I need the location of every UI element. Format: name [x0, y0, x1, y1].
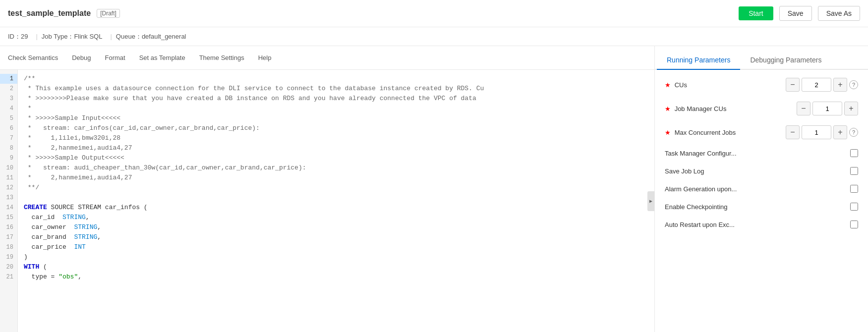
- line-num-4: 4: [0, 104, 17, 113]
- save-job-log-checkbox-control: [850, 167, 858, 175]
- code-line-19: ): [24, 252, 654, 262]
- enable-checkpointing-checkbox[interactable]: [850, 203, 858, 211]
- jm-required-star: ★: [665, 105, 671, 112]
- save-job-log-checkbox[interactable]: [850, 167, 858, 175]
- jm-cus-decrement-button[interactable]: −: [797, 102, 810, 115]
- enable-checkpointing-label: Enable Checkpointing: [665, 203, 846, 211]
- param-row-alarm-generation: Alarm Generation upon...: [665, 185, 858, 193]
- mcj-help-icon[interactable]: ?: [849, 128, 858, 137]
- save-job-log-label: Save Job Log: [665, 167, 846, 175]
- debug-button[interactable]: Debug: [72, 52, 91, 63]
- line-numbers: 1 2 3 4 5 6 7 8 9 10 11 12 13 14 15 16 1…: [0, 70, 18, 332]
- code-line-21: type = "obs",: [24, 272, 654, 282]
- set-as-template-button[interactable]: Set as Template: [139, 52, 185, 63]
- max-concurrent-label: ★ Max Concurrent Jobs: [665, 129, 782, 136]
- meta-job-type: Job Type：Flink SQL: [42, 32, 103, 41]
- line-num-8: 8: [0, 143, 17, 153]
- start-button[interactable]: Start: [739, 6, 773, 20]
- auto-restart-checkbox-control: [850, 221, 858, 228]
- cus-decrement-button[interactable]: −: [786, 78, 800, 92]
- code-line-7: * 1,lilei,bmw320i,28: [24, 133, 654, 143]
- code-line-16: car_owner STRING,: [24, 222, 654, 232]
- theme-settings-button[interactable]: Theme Settings: [199, 52, 244, 63]
- main-area: Check Semantics Debug Format Set as Temp…: [0, 46, 868, 332]
- code-line-10: * stream: audi_cheaper_than_30w(car_id,c…: [24, 163, 654, 173]
- tab-bar: Running Parameters Debugging Parameters: [655, 46, 868, 70]
- params-area: ★ CUs − + ? ★ Job Manager CUs −: [655, 70, 868, 332]
- mcj-control: − + ?: [786, 125, 858, 139]
- mcj-increment-button[interactable]: +: [833, 125, 847, 139]
- meta-id: ID：29: [8, 32, 28, 41]
- code-editor[interactable]: 1 2 3 4 5 6 7 8 9 10 11 12 13 14 15 16 1…: [0, 70, 654, 332]
- auto-restart-label: Auto Restart upon Exc...: [665, 221, 846, 228]
- line-num-14: 14: [0, 203, 17, 213]
- code-line-9: * >>>>>Sample Output<<<<<: [24, 153, 654, 163]
- cus-increment-button[interactable]: +: [833, 78, 847, 92]
- tab-debugging-parameters[interactable]: Debugging Parameters: [740, 51, 831, 70]
- code-line-14: CREATE SOURCE STREAM car_infos (: [24, 203, 654, 213]
- cus-help-icon[interactable]: ?: [849, 80, 858, 89]
- param-row-save-job-log: Save Job Log: [665, 167, 858, 175]
- save-as-button[interactable]: Save As: [818, 6, 860, 21]
- line-num-17: 17: [0, 232, 17, 242]
- auto-restart-checkbox[interactable]: [850, 221, 858, 228]
- line-num-1: 1: [0, 74, 17, 84]
- jm-cus-control: − +: [797, 102, 858, 115]
- code-line-2: * This example uses a datasource connect…: [24, 84, 654, 94]
- format-button[interactable]: Format: [105, 52, 125, 63]
- line-num-18: 18: [0, 242, 17, 252]
- line-num-3: 3: [0, 94, 17, 104]
- collapse-panel-arrow[interactable]: ▶: [647, 191, 654, 211]
- alarm-generation-checkbox-control: [850, 185, 858, 193]
- code-content[interactable]: /** * This example uses a datasource con…: [18, 70, 654, 332]
- line-num-5: 5: [0, 113, 17, 123]
- line-num-12: 12: [0, 183, 17, 193]
- code-line-4: *: [24, 104, 654, 113]
- job-manager-cus-label: ★ Job Manager CUs: [665, 105, 793, 112]
- code-line-12: **/: [24, 183, 654, 193]
- top-bar: test_sample_template [Draft] Start Save …: [0, 0, 868, 27]
- cus-required-star: ★: [665, 81, 671, 89]
- line-num-11: 11: [0, 173, 17, 183]
- page-title: test_sample_template: [8, 9, 91, 18]
- line-num-2: 2: [0, 84, 17, 94]
- code-line-13: [24, 193, 654, 203]
- line-num-7: 7: [0, 133, 17, 143]
- cus-input[interactable]: [802, 78, 831, 92]
- mcj-decrement-button[interactable]: −: [786, 125, 800, 139]
- line-num-21: 21: [0, 272, 17, 282]
- param-row-max-concurrent-jobs: ★ Max Concurrent Jobs − + ?: [665, 125, 858, 139]
- cus-control: − + ?: [786, 78, 858, 92]
- task-manager-checkbox-control: [850, 149, 858, 157]
- line-num-19: 19: [0, 252, 17, 262]
- code-line-6: * stream: car_infos(car_id,car_owner,car…: [24, 123, 654, 133]
- alarm-generation-checkbox[interactable]: [850, 185, 858, 193]
- save-button[interactable]: Save: [779, 6, 812, 21]
- task-manager-label: Task Manager Configur...: [665, 150, 846, 157]
- draft-badge: [Draft]: [97, 9, 120, 18]
- mcj-required-star: ★: [665, 129, 671, 136]
- line-num-16: 16: [0, 222, 17, 232]
- line-num-9: 9: [0, 153, 17, 163]
- param-row-cus: ★ CUs − + ?: [665, 78, 858, 92]
- editor-panel: Check Semantics Debug Format Set as Temp…: [0, 46, 655, 332]
- code-line-11: * 2,hanmeimei,audia4,27: [24, 173, 654, 183]
- tab-running-parameters[interactable]: Running Parameters: [657, 51, 740, 70]
- code-line-8: * 2,hanmeimei,audia4,27: [24, 143, 654, 153]
- code-line-20: WITH (: [24, 262, 654, 272]
- param-row-task-manager: Task Manager Configur...: [665, 149, 858, 157]
- check-semantics-button[interactable]: Check Semantics: [8, 52, 58, 63]
- param-row-auto-restart: Auto Restart upon Exc...: [665, 221, 858, 228]
- line-num-10: 10: [0, 163, 17, 173]
- mcj-input[interactable]: [802, 125, 831, 139]
- line-num-13: 13: [0, 193, 17, 203]
- jm-cus-input[interactable]: [812, 102, 842, 115]
- task-manager-checkbox[interactable]: [850, 149, 858, 157]
- right-panel: Running Parameters Debugging Parameters …: [655, 46, 868, 332]
- help-button[interactable]: Help: [258, 52, 272, 63]
- cus-label: ★ CUs: [665, 81, 782, 89]
- line-num-15: 15: [0, 213, 17, 222]
- param-row-job-manager-cus: ★ Job Manager CUs − +: [665, 102, 858, 115]
- jm-cus-increment-button[interactable]: +: [844, 102, 858, 115]
- code-line-17: car_brand STRING,: [24, 232, 654, 242]
